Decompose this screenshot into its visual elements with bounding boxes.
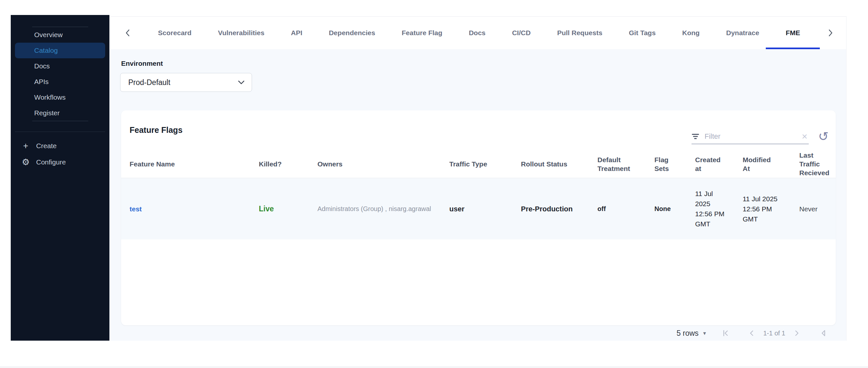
cell-last-traffic-recieved: Never [791,178,836,239]
cell-default-treatment: off [589,178,646,239]
tab-kong[interactable]: Kong [682,17,700,49]
cell-owners: Administrators (Group) , nisarg.agrawal [309,178,441,239]
filter-input[interactable] [705,132,796,141]
table-header: Feature Name Killed? Owners Traffic Type… [121,150,836,178]
configure-button[interactable]: ⚙ Configure [11,154,110,170]
chevron-down-icon [238,81,245,85]
tab-git-tags[interactable]: Git Tags [629,17,655,49]
environment-selected-value: Prod-Default [128,78,170,87]
tab-pull-requests[interactable]: Pull Requests [557,17,602,49]
column-header-last-traffic-recieved: Last Traffic Recieved [791,150,836,178]
card-title: Feature Flags [130,125,183,135]
tabbar: Scorecard Vulnerabilities API Dependenci… [110,17,846,49]
sidebar-item-docs[interactable]: Docs [11,58,110,74]
cell-traffic-type: user [441,178,513,239]
tab-feature-flag[interactable]: Feature Flag [402,17,442,49]
column-header-feature-name: Feature Name [121,150,250,178]
caret-down-icon: ▾ [703,330,706,337]
column-header-default-treatment: Default Treatment [589,150,646,178]
column-header-modified-at: Modified At [734,150,791,178]
main-content: Scorecard Vulnerabilities API Dependenci… [110,16,846,341]
sidebar-item-workflows[interactable]: Workflows [11,90,110,105]
page: Overview Catalog Docs APIs Workflows Reg… [0,0,868,368]
tab-vulnerabilities[interactable]: Vulnerabilities [218,17,265,49]
previous-page-icon[interactable] [746,328,757,339]
tab-scorecard[interactable]: Scorecard [158,17,191,49]
tab-dependencies[interactable]: Dependencies [329,17,375,49]
next-page-icon[interactable] [791,328,802,339]
tab-dynatrace[interactable]: Dynatrace [726,17,759,49]
pagination: 5 rows ▾ 1-1 of 1 [677,325,828,341]
feature-flags-card: Feature Flags × ↺ Feature Name Killed? O… [121,111,836,325]
column-header-traffic-type: Traffic Type [441,150,513,178]
last-page-icon[interactable] [817,328,828,339]
first-page-icon[interactable] [720,328,731,339]
tab-docs[interactable]: Docs [469,17,486,49]
tab-api[interactable]: API [291,17,303,49]
column-header-killed: Killed? [250,150,309,178]
tabs-scroll-left-icon[interactable] [124,17,131,49]
sidebar: Overview Catalog Docs APIs Workflows Reg… [11,15,110,341]
sidebar-item-apis[interactable]: APIs [11,74,110,90]
gear-icon: ⚙ [21,157,31,167]
rows-per-page-select[interactable]: 5 rows ▾ [677,329,706,338]
sidebar-item-register[interactable]: Register [11,105,110,121]
create-label: Create [36,142,57,150]
column-header-flag-sets: Flag Sets [646,150,687,178]
environment-label: Environment [121,60,163,67]
column-header-created-at: Created at [687,150,734,178]
column-header-rollout-status: Rollout Status [513,150,589,178]
filter-box: × [691,129,809,144]
card-header: Feature Flags × ↺ [121,111,836,150]
sidebar-nav: Overview Catalog Docs APIs Workflows Reg… [11,27,110,121]
tab-cicd[interactable]: CI/CD [512,17,531,49]
table-row: test Live Administrators (Group) , nisar… [121,178,836,239]
cell-rollout-status: Pre-Production [513,178,589,239]
refresh-icon[interactable]: ↺ [815,128,832,145]
cell-modified-at: 11 Jul 2025 12:56 PM GMT [734,178,791,239]
column-header-owners: Owners [309,150,441,178]
cell-feature-name[interactable]: test [121,178,250,239]
clear-filter-icon[interactable]: × [800,131,809,141]
sidebar-item-catalog[interactable]: Catalog [15,43,105,58]
create-button[interactable]: + Create [11,138,110,154]
cell-created-at: 11 Jul 2025 12:56 PM GMT [687,178,734,239]
plus-icon: + [21,141,31,151]
environment-select[interactable]: Prod-Default [120,73,252,92]
sidebar-item-overview[interactable]: Overview [11,27,110,43]
content-body: Environment Prod-Default Feature Flags [110,49,846,341]
bottom-divider [0,367,868,367]
sidebar-divider [15,131,105,132]
tab-fme[interactable]: FME [786,17,800,49]
filter-icon [691,133,700,140]
tabs-scroll-right-icon[interactable] [827,17,834,49]
pagination-range: 1-1 of 1 [763,330,785,337]
rows-per-page-value: 5 rows [677,329,699,338]
cell-flag-sets: None [646,178,687,239]
configure-label: Configure [36,158,66,166]
cell-killed-status: Live [250,178,309,239]
